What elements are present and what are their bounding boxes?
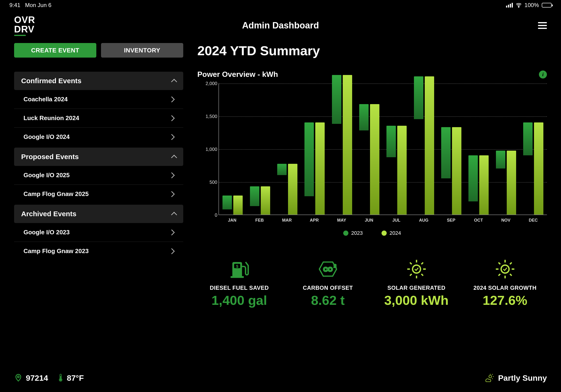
bar-2024 bbox=[288, 164, 297, 215]
battery-pct: 100% bbox=[525, 2, 539, 9]
sidebar-item-label: Google I/O 2024 bbox=[23, 133, 70, 141]
x-tick: MAR bbox=[282, 218, 292, 223]
chevron-right-icon bbox=[169, 115, 174, 121]
y-tick: 500 bbox=[204, 180, 217, 185]
bar-2023 bbox=[387, 126, 396, 157]
bar-2023 bbox=[359, 104, 369, 131]
bar-2023 bbox=[441, 127, 451, 178]
section-title: Archived Events bbox=[21, 210, 76, 218]
bar-2023 bbox=[414, 76, 423, 119]
sidebar: CREATE EVENT INVENTORY Confirmed EventsC… bbox=[14, 43, 183, 374]
inventory-button[interactable]: INVENTORY bbox=[101, 43, 183, 58]
x-tick: JUN bbox=[365, 218, 373, 223]
x-tick: SEP bbox=[447, 218, 455, 223]
legend-label-2023: 2023 bbox=[351, 230, 363, 236]
section-header-1[interactable]: Proposed Events bbox=[14, 148, 183, 166]
app-header: OVR DRV Admin Dashboard bbox=[0, 10, 561, 43]
svg-line-24 bbox=[498, 274, 500, 276]
bar-group bbox=[359, 104, 379, 215]
svg-text:2: 2 bbox=[334, 263, 336, 268]
x-tick: MAY bbox=[337, 218, 346, 223]
chart-title: Power Overview - kWh bbox=[197, 70, 278, 79]
chart-legend: 2023 2024 bbox=[197, 230, 547, 236]
section-header-2[interactable]: Archived Events bbox=[14, 205, 183, 223]
svg-text:$: $ bbox=[236, 264, 238, 269]
sidebar-item[interactable]: Google I/O 2024 bbox=[14, 128, 183, 146]
bar-2023 bbox=[468, 155, 478, 201]
sidebar-item-label: Luck Reunion 2024 bbox=[23, 114, 79, 122]
footer-location[interactable]: 97214 bbox=[14, 373, 48, 383]
main-content: 2024 YTD Summary Power Overview - kWh i … bbox=[183, 43, 547, 374]
bar-2024 bbox=[425, 76, 434, 215]
legend-2024: 2024 bbox=[381, 230, 401, 236]
stat-value: 127.6% bbox=[463, 293, 547, 308]
svg-point-26 bbox=[60, 379, 61, 381]
svg-point-28 bbox=[489, 375, 492, 378]
chevron-right-icon bbox=[169, 248, 174, 254]
svg-line-14 bbox=[421, 262, 423, 264]
bar-2024 bbox=[370, 104, 379, 215]
co2-icon: CO2 bbox=[286, 257, 370, 281]
cellular-icon bbox=[506, 3, 513, 8]
bar-2023 bbox=[496, 151, 505, 168]
x-tick: JAN bbox=[228, 218, 236, 223]
footer-temp-value: 87°F bbox=[67, 373, 84, 383]
sidebar-item-label: Google I/O 2023 bbox=[23, 229, 70, 236]
bar-2024 bbox=[315, 122, 325, 215]
bar-group bbox=[441, 127, 461, 215]
logo-line1: OVR bbox=[14, 15, 35, 24]
stat-label: CARBON OFFSET bbox=[286, 285, 370, 291]
y-tick: 2,000 bbox=[204, 81, 217, 86]
bar-2024 bbox=[507, 151, 516, 215]
menu-hamburger-icon[interactable] bbox=[538, 22, 547, 29]
info-icon[interactable]: i bbox=[539, 70, 547, 78]
stat-card-2: SOLAR GENERATED 3,000 kWh bbox=[375, 257, 458, 308]
bar-2024 bbox=[397, 126, 407, 215]
sun-icon bbox=[375, 257, 458, 281]
section-header-0[interactable]: Confirmed Events bbox=[14, 72, 183, 90]
bar-group bbox=[496, 151, 516, 215]
x-tick: OCT bbox=[474, 218, 483, 223]
svg-line-21 bbox=[498, 262, 500, 264]
bar-2023 bbox=[250, 186, 259, 206]
bar-group bbox=[387, 126, 407, 215]
svg-line-23 bbox=[510, 262, 512, 264]
sidebar-item[interactable]: Google I/O 2023 bbox=[14, 223, 183, 242]
sun-icon bbox=[463, 257, 547, 281]
chevron-up-icon bbox=[171, 79, 177, 85]
bar-2023 bbox=[523, 122, 533, 155]
svg-rect-4 bbox=[230, 276, 244, 278]
main-heading: 2024 YTD Summary bbox=[197, 43, 547, 58]
bar-group bbox=[468, 155, 489, 215]
svg-point-25 bbox=[17, 376, 19, 378]
bar-2023 bbox=[223, 196, 232, 209]
sidebar-item[interactable]: Luck Reunion 2024 bbox=[14, 109, 183, 128]
svg-point-7 bbox=[412, 265, 421, 273]
x-tick: AUG bbox=[419, 218, 429, 223]
footer-weather: Partly Sunny bbox=[484, 373, 547, 383]
create-event-button[interactable]: CREATE EVENT bbox=[14, 43, 96, 58]
gridline bbox=[219, 149, 547, 150]
status-right: 100% bbox=[506, 2, 552, 9]
status-time: 9:41 bbox=[9, 2, 21, 8]
sidebar-item[interactable]: Camp Flog Gnaw 2025 bbox=[14, 185, 183, 203]
stat-value: 1,400 gal bbox=[197, 293, 281, 308]
bar-2023 bbox=[304, 122, 314, 196]
chevron-up-icon bbox=[171, 212, 177, 218]
sidebar-item[interactable]: Google I/O 2025 bbox=[14, 166, 183, 185]
stat-label: SOLAR GENERATED bbox=[375, 285, 458, 291]
x-tick: APR bbox=[310, 218, 319, 223]
page-title: Admin Dashboard bbox=[242, 21, 319, 31]
thermometer-icon bbox=[58, 373, 64, 383]
battery-icon bbox=[542, 3, 552, 8]
chevron-up-icon bbox=[171, 155, 177, 161]
legend-dot-2023 bbox=[343, 230, 348, 236]
y-tick: 1,500 bbox=[204, 114, 217, 119]
svg-line-22 bbox=[510, 274, 512, 276]
svg-line-30 bbox=[492, 374, 493, 375]
legend-dot-2024 bbox=[381, 230, 387, 236]
legend-2023: 2023 bbox=[343, 230, 363, 236]
sidebar-item[interactable]: Camp Flog Gnaw 2023 bbox=[14, 242, 183, 260]
footer-weather-text: Partly Sunny bbox=[498, 373, 547, 383]
sidebar-item[interactable]: Coachella 2024 bbox=[14, 90, 183, 109]
